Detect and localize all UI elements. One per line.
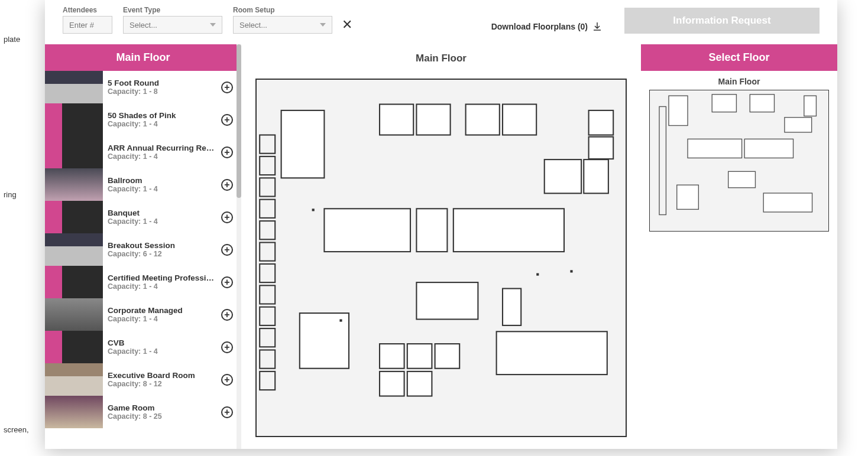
svg-rect-20 (380, 372, 404, 396)
room-thumbnail (45, 396, 103, 428)
add-room-icon[interactable]: + (221, 374, 233, 386)
svg-rect-9 (589, 137, 614, 159)
filter-bar: Attendees Event Type Select... Room Setu… (45, 0, 837, 44)
event-type-value: Select... (129, 21, 157, 30)
room-thumbnail (45, 168, 103, 201)
floor-thumbnail[interactable] (649, 90, 829, 232)
svg-rect-44 (688, 139, 742, 158)
room-name: 5 Foot Round (108, 79, 216, 87)
room-thumbnail (45, 103, 103, 136)
add-room-icon[interactable]: + (221, 211, 233, 223)
sidebar-header: Main Floor (45, 44, 241, 71)
room-item[interactable]: BallroomCapacity: 1 - 4+ (45, 168, 241, 201)
add-room-icon[interactable]: + (221, 276, 233, 288)
svg-rect-16 (497, 331, 607, 374)
svg-rect-6 (545, 159, 581, 193)
room-thumbnail (45, 363, 103, 396)
room-thumbnail (45, 266, 103, 298)
scrollbar-thumb[interactable] (237, 44, 241, 198)
attendees-input[interactable] (63, 16, 112, 34)
room-text: Corporate ManagedCapacity: 1 - 4 (103, 306, 221, 323)
room-text: CVBCapacity: 1 - 4 (103, 338, 221, 356)
room-item[interactable]: 5 Foot RoundCapacity: 1 - 8+ (45, 71, 241, 103)
room-item[interactable]: ARR Annual Recurring RevenueCapacity: 1 … (45, 136, 241, 168)
event-type-filter-group: Event Type Select... (123, 6, 222, 34)
svg-rect-37 (339, 320, 342, 322)
floor-thumbnail-title: Main Floor (649, 77, 829, 86)
information-request-button[interactable]: Information Request (624, 8, 820, 34)
add-room-icon[interactable]: + (221, 146, 233, 158)
chevron-down-icon (210, 23, 216, 27)
room-thumbnail (45, 71, 103, 103)
svg-rect-42 (785, 118, 812, 132)
svg-rect-10 (324, 209, 410, 252)
room-setup-value: Select... (239, 21, 267, 30)
room-item[interactable]: CVBCapacity: 1 - 4+ (45, 331, 241, 363)
svg-rect-2 (380, 105, 413, 135)
room-name: Game Room (108, 403, 216, 412)
floor-selector-panel: Select Floor Main Floor (641, 44, 837, 449)
room-setup-select[interactable]: Select... (233, 16, 332, 34)
room-item[interactable]: Game RoomCapacity: 8 - 25+ (45, 396, 241, 428)
room-thumbnail (45, 331, 103, 363)
room-item[interactable]: BanquetCapacity: 1 - 4+ (45, 201, 241, 233)
content-row: Main Floor 5 Foot RoundCapacity: 1 - 8+5… (45, 44, 837, 449)
center-panel: Main Floor (241, 44, 641, 449)
room-setup-filter-group: Room Setup Select... (233, 6, 332, 34)
svg-rect-3 (416, 105, 450, 135)
room-capacity: Capacity: 1 - 4 (108, 185, 216, 193)
svg-rect-45 (744, 139, 793, 158)
scrollbar-track[interactable] (237, 44, 241, 449)
room-text: BallroomCapacity: 1 - 4 (103, 176, 221, 193)
room-text: 5 Foot RoundCapacity: 1 - 8 (103, 79, 221, 96)
svg-rect-17 (380, 344, 404, 369)
select-floor-header: Select Floor (641, 44, 837, 71)
add-room-icon[interactable]: + (221, 309, 233, 321)
room-thumbnail (45, 201, 103, 233)
room-item[interactable]: Executive Board RoomCapacity: 8 - 12+ (45, 363, 241, 396)
svg-rect-1 (281, 110, 325, 178)
room-capacity: Capacity: 1 - 4 (108, 152, 216, 161)
add-room-icon[interactable]: + (221, 244, 233, 256)
add-room-icon[interactable]: + (221, 179, 233, 191)
room-name: Banquet (108, 209, 216, 217)
room-thumbnail (45, 136, 103, 168)
room-item[interactable]: Breakout SessionCapacity: 6 - 12+ (45, 233, 241, 266)
attendees-filter-group: Attendees (63, 6, 112, 34)
room-name: Certified Meeting Professional (108, 273, 216, 282)
svg-rect-34 (312, 209, 315, 211)
room-item[interactable]: Corporate ManagedCapacity: 1 - 4+ (45, 298, 241, 331)
room-list[interactable]: 5 Foot RoundCapacity: 1 - 8+50 Shades of… (45, 71, 241, 449)
room-name: Executive Board Room (108, 371, 216, 380)
event-type-select[interactable]: Select... (123, 16, 222, 34)
add-room-icon[interactable]: + (221, 406, 233, 418)
close-icon[interactable]: ✕ (342, 17, 352, 32)
add-room-icon[interactable]: + (221, 341, 233, 353)
room-text: 50 Shades of PinkCapacity: 1 - 4 (103, 111, 221, 128)
add-room-icon[interactable]: + (221, 82, 233, 93)
svg-rect-19 (435, 344, 460, 369)
information-request-label: Information Request (673, 15, 770, 27)
svg-rect-12 (454, 209, 564, 252)
room-name: Ballroom (108, 176, 216, 185)
svg-rect-35 (570, 270, 572, 272)
room-capacity: Capacity: 8 - 25 (108, 412, 216, 421)
svg-rect-36 (536, 273, 539, 276)
svg-rect-18 (407, 344, 432, 369)
download-floorplans-link[interactable]: Download Floorplans (0) (491, 22, 602, 31)
room-item[interactable]: 50 Shades of PinkCapacity: 1 - 4+ (45, 103, 241, 136)
download-icon (592, 22, 602, 31)
room-name: Breakout Session (108, 241, 216, 250)
download-floorplans-label: Download Floorplans (0) (491, 22, 588, 31)
svg-rect-7 (584, 159, 608, 193)
main-floorplan[interactable] (255, 79, 627, 437)
room-item[interactable]: Certified Meeting ProfessionalCapacity: … (45, 266, 241, 298)
add-room-icon[interactable]: + (221, 114, 233, 126)
floorplan-modal: Attendees Event Type Select... Room Setu… (45, 0, 837, 449)
room-capacity: Capacity: 1 - 8 (108, 87, 216, 96)
svg-rect-47 (677, 185, 699, 209)
room-thumbnail (45, 233, 103, 266)
svg-rect-41 (750, 95, 774, 112)
room-capacity: Capacity: 1 - 4 (108, 347, 216, 356)
room-text: ARR Annual Recurring RevenueCapacity: 1 … (103, 144, 221, 161)
